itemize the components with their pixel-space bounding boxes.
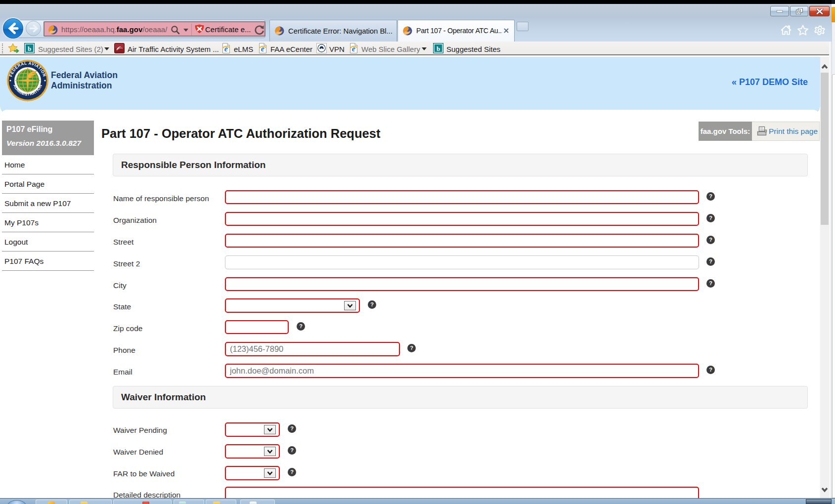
ie-page-icon: e <box>349 43 359 53</box>
back-button[interactable] <box>3 18 23 39</box>
print-this-page-button[interactable]: Print this page <box>752 122 820 141</box>
sidebar-item-p107-faqs[interactable]: P107 FAQs <box>2 252 94 271</box>
scroll-down-icon[interactable] <box>821 486 828 493</box>
select-arrow-button[interactable] <box>344 301 356 310</box>
tab-favicon <box>275 26 284 36</box>
fav-vpn[interactable]: VPN <box>329 45 345 53</box>
input-organization[interactable] <box>225 212 699 226</box>
page-title: Part 107 - Operator ATC Authorization Re… <box>101 126 380 141</box>
forward-button[interactable] <box>26 21 41 36</box>
background-window-accent <box>832 7 835 22</box>
demo-site-link[interactable]: « P107 DEMO Site <box>593 77 808 87</box>
tab-close-icon[interactable] <box>501 26 511 36</box>
select-arrow-button[interactable] <box>264 447 276 456</box>
dot-icon <box>316 43 327 53</box>
help-icon-waiver-pending[interactable]: ? <box>288 424 296 433</box>
minimize-button[interactable] <box>770 6 789 16</box>
taskbar-button[interactable] <box>240 500 275 504</box>
fav-atas[interactable]: Air Traffic Activity System ... <box>128 45 219 53</box>
fav-web-slice-caret[interactable] <box>422 47 427 50</box>
sidebar-item-my-p107s[interactable]: My P107s <box>2 213 94 232</box>
add-favorite-star-icon[interactable] <box>7 42 19 54</box>
select-waiver-pending[interactable] <box>225 422 280 437</box>
input-zip[interactable] <box>225 320 289 334</box>
site-favicon <box>48 25 58 35</box>
sidebar-item-portal-page[interactable]: Portal Page <box>2 175 94 194</box>
field-label-waiver-pending: Waiver Pending <box>113 426 167 435</box>
help-icon-street[interactable]: ? <box>706 236 715 244</box>
close-button[interactable] <box>809 6 830 16</box>
scrollbar-thumb[interactable] <box>821 73 829 225</box>
print-this-page-label: Print this page <box>769 127 818 136</box>
input-street[interactable] <box>225 234 699 248</box>
help-icon-phone[interactable]: ? <box>407 344 416 352</box>
help-icon-state[interactable]: ? <box>368 300 376 309</box>
field-label-city: City <box>113 281 127 290</box>
input-phone[interactable] <box>225 342 400 356</box>
start-button[interactable] <box>7 500 27 504</box>
url-text: https://oeaaa.hq.faa.gov/oeaaa/ <box>61 25 167 34</box>
taskbar-button[interactable] <box>36 500 67 504</box>
refresh-icon[interactable] <box>254 25 264 35</box>
tab-part107[interactable]: Part 107 - Operator ATC Au... <box>397 20 515 42</box>
help-icon-street2[interactable]: ? <box>706 257 715 266</box>
fav-faa-ecenter[interactable]: FAA eCenter <box>270 45 312 53</box>
tab-title: Certificate Error: Navigation Bl... <box>288 27 395 35</box>
bing-icon: b <box>433 43 443 53</box>
restore-button[interactable] <box>790 6 808 16</box>
windows-taskbar[interactable] <box>0 498 835 504</box>
help-icon-name[interactable]: ? <box>706 192 715 201</box>
select-waiver-denied[interactable] <box>225 444 280 459</box>
section-title: Responsible Person Information <box>121 160 265 170</box>
scroll-up-icon[interactable] <box>821 63 828 70</box>
field-label-far-waived: FAR to be Waived <box>113 469 175 478</box>
section-title: Waiver Information <box>121 392 206 403</box>
taskbar-button-active[interactable] <box>806 499 832 504</box>
window-top-edge <box>0 0 832 4</box>
input-name[interactable] <box>225 190 699 204</box>
favorites-star-icon[interactable] <box>796 24 809 37</box>
search-dropdown-caret[interactable] <box>183 29 188 32</box>
svg-text:e: e <box>224 44 228 53</box>
input-street2[interactable] <box>225 255 699 269</box>
select-arrow-button[interactable] <box>264 425 276 434</box>
input-email[interactable] <box>225 364 699 378</box>
new-tab-button[interactable] <box>517 22 528 31</box>
taskbar-button[interactable] <box>206 500 236 504</box>
address-bar[interactable]: https://oeaaa.hq.faa.gov/oeaaa/ Certific… <box>44 21 265 37</box>
fav-web-slice-gallery[interactable]: Web Slice Gallery <box>361 45 420 53</box>
favorites-bar-drag-handle[interactable] <box>2 43 3 53</box>
sidebar-app-box: P107 eFiling Version 2016.3.0.827 <box>2 121 94 155</box>
input-city[interactable] <box>225 277 699 291</box>
taskbar-button[interactable] <box>69 500 112 504</box>
settings-gear-icon[interactable] <box>813 24 826 37</box>
sidebar-item-logout[interactable]: Logout <box>2 233 94 252</box>
home-icon[interactable] <box>780 24 792 37</box>
search-icon[interactable] <box>171 25 180 35</box>
sidebar-item-submit-new-p107[interactable]: Submit a new P107 <box>2 194 94 213</box>
vertical-scrollbar[interactable] <box>820 57 829 498</box>
tab-certificate-error[interactable]: Certificate Error: Navigation Bl... <box>269 20 397 42</box>
section-waiver-information: Waiver Information <box>113 386 808 409</box>
sidebar-app-name: P107 eFiling <box>6 125 52 134</box>
help-icon-far-waived[interactable]: ? <box>288 468 296 476</box>
fav-suggested-sites-2[interactable]: Suggested Sites (2) <box>38 45 103 53</box>
select-state[interactable] <box>225 298 360 313</box>
select-far-waived[interactable] <box>225 466 280 480</box>
fav-suggested-sites[interactable]: Suggested Sites <box>446 45 500 53</box>
window-right-gutter <box>829 42 832 498</box>
field-label-zip: Zip code <box>113 324 142 333</box>
taskbar-button[interactable] <box>113 500 172 504</box>
select-arrow-button[interactable] <box>264 468 276 478</box>
help-icon-waiver-denied[interactable]: ? <box>288 446 296 455</box>
taskbar-button[interactable] <box>174 500 204 504</box>
help-icon-zip[interactable]: ? <box>297 322 305 331</box>
fav-suggested-sites-caret[interactable] <box>104 47 109 50</box>
sidebar-item-home[interactable]: Home <box>2 156 94 174</box>
help-icon-city[interactable]: ? <box>706 279 715 288</box>
field-label-name: Name of responsible person <box>113 194 209 203</box>
fav-elms[interactable]: eLMS <box>234 45 253 53</box>
help-icon-organization[interactable]: ? <box>706 214 715 222</box>
help-icon-email[interactable]: ? <box>706 366 715 374</box>
certificate-error-button[interactable]: Certificate e... <box>205 25 251 34</box>
